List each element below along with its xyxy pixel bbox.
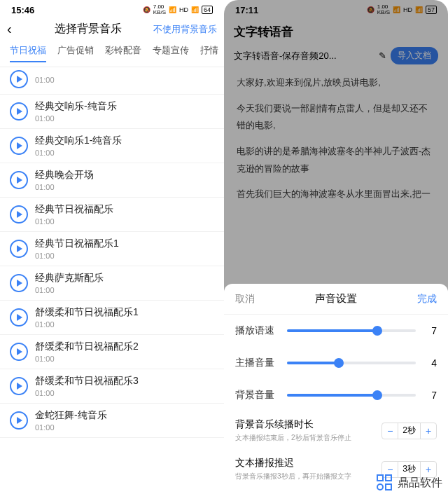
track-title: 经典萨克斯配乐 — [35, 272, 104, 284]
slider-label: 主播音量 — [235, 357, 279, 369]
music-item[interactable]: 经典交响乐-纯音乐 01:00 — [0, 95, 224, 129]
sheet-header: 取消 声音设置 完成 — [224, 284, 448, 315]
tab-2[interactable]: 彩铃配音 — [105, 44, 141, 62]
track-duration: 01:00 — [35, 355, 139, 363]
slider-row: 背景音量 7 — [224, 379, 448, 411]
music-item[interactable]: 舒缓柔和节日祝福配乐1 01:00 — [0, 301, 224, 335]
track-duration: 01:00 — [35, 114, 117, 123]
category-tabs: 节日祝福广告促销彩铃配音专题宣传抒情 — [0, 44, 224, 67]
track-title: 舒缓柔和节日祝福配乐2 — [35, 341, 139, 353]
track-duration: 01:00 — [35, 320, 139, 329]
setting-title: 文本播报推迟 — [235, 457, 374, 469]
music-item[interactable]: 金蛇狂舞-纯音乐 01:00 — [0, 404, 224, 438]
music-item[interactable]: 01:00 — [0, 67, 224, 95]
play-icon[interactable] — [10, 137, 28, 155]
tab-4[interactable]: 抒情 — [200, 44, 218, 62]
setting-title: 背景音乐续播时长 — [235, 418, 374, 431]
slider-value: 7 — [424, 325, 437, 336]
track-duration: 01:00 — [35, 183, 94, 191]
tab-0[interactable]: 节日祝福 — [10, 44, 46, 62]
sound-settings-sheet: 取消 声音设置 完成 播放语速 7 主播音量 4 背景音量 7 背景音乐续播时长… — [224, 284, 448, 494]
play-icon[interactable] — [10, 171, 28, 189]
no-music-button[interactable]: 不使用背景音乐 — [153, 23, 217, 36]
slider-value: 7 — [424, 390, 437, 401]
track-title: 经典晚会开场 — [35, 169, 94, 181]
track-duration: 01:00 — [35, 286, 104, 294]
music-item[interactable]: 舒缓柔和节日祝福配乐3 01:00 — [0, 369, 224, 404]
slider-row: 播放语速 7 — [224, 315, 448, 347]
watermark: 鼎品软件 — [377, 474, 442, 491]
music-list[interactable]: 01:00 经典交响乐-纯音乐 01:00 经典交响乐1-纯音乐 01:00 经… — [0, 67, 224, 494]
slider[interactable] — [287, 329, 416, 332]
play-icon[interactable] — [10, 308, 28, 327]
page-header: ‹ 选择背景音乐 不使用背景音乐 — [0, 17, 224, 44]
slider-label: 背景音量 — [235, 389, 279, 402]
sheet-title: 声音设置 — [315, 292, 357, 306]
track-title: 金蛇狂舞-纯音乐 — [35, 409, 107, 422]
track-duration: 01:00 — [35, 217, 113, 226]
track-title: 舒缓柔和节日祝福配乐1 — [35, 306, 139, 319]
play-icon[interactable] — [10, 102, 28, 121]
music-item[interactable]: 经典节日祝福配乐 01:00 — [0, 198, 224, 232]
stepper: − 2秒 + — [382, 423, 437, 439]
play-icon[interactable] — [10, 343, 28, 361]
tab-1[interactable]: 广告促销 — [57, 44, 94, 62]
minus-button[interactable]: − — [382, 423, 398, 439]
signal-icon: 📶 — [191, 6, 199, 13]
track-title: 经典交响乐-纯音乐 — [35, 100, 117, 113]
track-title: 经典交响乐1-纯音乐 — [35, 135, 122, 147]
track-duration: 01:00 — [35, 252, 119, 260]
music-item[interactable]: 经典交响乐1-纯音乐 01:00 — [0, 129, 224, 163]
setting-desc: 文本播报结束后，2秒后背景音乐停止 — [235, 433, 374, 443]
right-phone: 17:11 🔕 1.00KB/S 📶 HD 📶 57 文字转语音 文字转语音-保… — [224, 0, 448, 494]
play-icon[interactable] — [10, 377, 28, 395]
setting-row: 背景音乐续播时长 文本播报结束后，2秒后背景音乐停止 − 2秒 + — [224, 411, 448, 450]
setting-desc: 背景音乐播报3秒后，再开始播报文字 — [235, 472, 374, 481]
watermark-text: 鼎品软件 — [398, 476, 442, 490]
play-icon[interactable] — [10, 70, 28, 88]
track-duration: 01:00 — [35, 389, 139, 397]
slider-row: 主播音量 4 — [224, 347, 448, 379]
music-item[interactable]: 舒缓柔和节日祝福配乐2 01:00 — [0, 335, 224, 369]
track-duration: 01:00 — [35, 76, 55, 84]
mute-icon: 🔕 — [143, 6, 150, 13]
stepper-value: 2秒 — [398, 423, 421, 439]
music-item[interactable]: 经典晚会开场 01:00 — [0, 163, 224, 198]
done-button[interactable]: 完成 — [417, 293, 437, 306]
slider-label: 播放语速 — [235, 324, 279, 337]
tab-3[interactable]: 专题宣传 — [153, 44, 189, 62]
slider[interactable] — [287, 362, 416, 364]
status-icons: 🔕 7.00KB/S 📶 HD 📶 64 — [143, 4, 213, 15]
play-icon[interactable] — [10, 240, 28, 258]
track-title: 经典节日祝福配乐1 — [35, 238, 119, 250]
music-item[interactable]: 经典萨克斯配乐 01:00 — [0, 266, 224, 301]
battery-icon: 64 — [202, 6, 213, 14]
cancel-button[interactable]: 取消 — [235, 293, 255, 306]
slider-value: 4 — [424, 357, 437, 369]
play-icon[interactable] — [10, 411, 28, 430]
play-icon[interactable] — [10, 205, 28, 224]
wifi-icon: 📶 — [169, 6, 176, 13]
track-title: 舒缓柔和节日祝福配乐3 — [35, 375, 139, 387]
plus-button[interactable]: + — [421, 423, 436, 439]
track-duration: 01:00 — [35, 149, 122, 157]
track-duration: 01:00 — [35, 423, 107, 432]
track-title: 经典节日祝福配乐 — [35, 203, 113, 216]
watermark-logo-icon — [377, 474, 393, 491]
play-icon[interactable] — [10, 274, 28, 292]
page-title: 选择背景音乐 — [22, 22, 153, 36]
status-time: 15:46 — [11, 5, 34, 15]
left-phone: 15:46 🔕 7.00KB/S 📶 HD 📶 64 ‹ 选择背景音乐 不使用背… — [0, 0, 224, 494]
status-bar: 15:46 🔕 7.00KB/S 📶 HD 📶 64 — [0, 0, 224, 17]
back-icon[interactable]: ‹ — [7, 21, 22, 37]
music-item[interactable]: 经典节日祝福配乐1 01:00 — [0, 232, 224, 266]
slider[interactable] — [287, 394, 416, 397]
